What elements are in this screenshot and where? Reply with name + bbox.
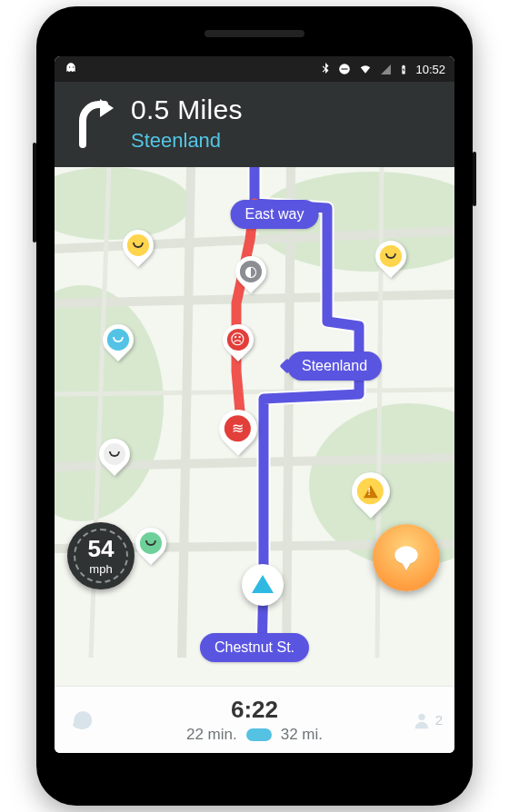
report-bubble-icon	[391, 542, 422, 573]
traffic-pin[interactable]: ≋	[219, 410, 257, 448]
dnd-icon	[338, 63, 351, 75]
signal-icon	[380, 64, 392, 75]
bluetooth-icon	[320, 63, 331, 75]
speed-value: 54	[88, 537, 115, 560]
road-label-steenland: Steenland	[287, 352, 382, 381]
wazer-pin-3[interactable]	[99, 439, 130, 470]
phone-frame: 10:52 0.5 Miles Steenland	[36, 6, 473, 806]
phone-speaker	[205, 30, 304, 37]
person-icon	[412, 710, 432, 730]
map-view[interactable]: East way Steenland Chestnut St. ◐ ☹ ≋ 54…	[55, 167, 454, 689]
directions-card[interactable]: 0.5 Miles Steenland	[55, 82, 454, 167]
eta-bar[interactable]: 6:22 22 min. 32 mi. 2	[55, 686, 454, 753]
friends-count: 2	[435, 712, 443, 728]
wifi-icon	[358, 63, 373, 75]
police-pin[interactable]: ◐	[235, 256, 266, 287]
next-turn-street: Steenland	[131, 129, 243, 153]
trip-distance: 32 mi.	[281, 726, 323, 744]
svg-rect-1	[342, 68, 348, 69]
friends-button[interactable]: 2	[400, 710, 454, 730]
route-cloud-icon	[246, 728, 272, 741]
svg-point-16	[418, 713, 424, 719]
hazard-pin[interactable]: ☹	[223, 324, 254, 355]
road-label-east-way: East way	[231, 200, 319, 229]
speedometer[interactable]: 54 mph	[67, 522, 135, 589]
road-label-chestnut: Chestnut St.	[200, 633, 309, 662]
android-status-bar: 10:52	[55, 56, 454, 82]
status-time: 10:52	[415, 63, 445, 76]
notification-ghost-icon	[64, 62, 78, 76]
wazer-police-pin[interactable]	[103, 324, 134, 355]
power-button[interactable]	[473, 152, 476, 206]
wazer-pin-4[interactable]	[135, 528, 166, 559]
volume-buttons[interactable]	[33, 143, 36, 243]
eta-time: 6:22	[109, 696, 400, 724]
screen: 10:52 0.5 Miles Steenland	[55, 56, 454, 753]
next-turn-distance: 0.5 Miles	[131, 94, 243, 125]
turn-right-icon	[69, 98, 116, 149]
speed-unit: mph	[89, 562, 112, 576]
trip-duration: 22 min.	[186, 726, 237, 744]
current-location-arrow[interactable]	[242, 564, 284, 606]
menu-button[interactable]	[55, 707, 109, 734]
battery-icon	[399, 63, 408, 76]
warning-pin[interactable]	[352, 472, 390, 510]
wazer-pin-2[interactable]	[375, 241, 406, 272]
waze-face-icon	[68, 707, 95, 734]
wazer-pin-1[interactable]	[123, 230, 154, 261]
report-button[interactable]	[373, 524, 440, 591]
